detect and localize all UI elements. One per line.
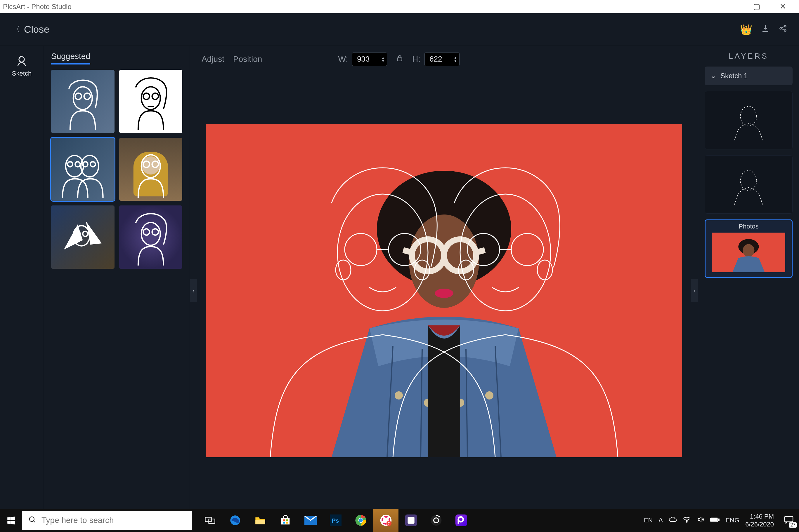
search-icon	[28, 515, 36, 526]
app: 〈 Close 👑 Sketch	[0, 13, 799, 509]
window-max-button[interactable]: ▢	[744, 0, 770, 13]
tray-wifi-icon[interactable]	[683, 516, 691, 525]
tray-chevron-icon[interactable]: ᐱ	[658, 516, 663, 524]
suggested-thumb-5[interactable]	[51, 206, 114, 269]
taskbar-apps: Ps 7	[198, 509, 474, 532]
suggested-thumb-6[interactable]	[119, 206, 183, 269]
height-label: H:	[412, 55, 420, 64]
panel-collapse-left[interactable]: ‹	[190, 279, 197, 302]
layer-thumb-sketch-2[interactable]	[705, 155, 793, 214]
window-close-button[interactable]: ✕	[770, 0, 796, 13]
suggested-title: Suggested	[51, 52, 90, 64]
height-input[interactable]	[430, 55, 451, 64]
suggested-thumb-2[interactable]	[119, 70, 183, 133]
svg-rect-54	[407, 517, 414, 524]
panel-collapse-right[interactable]: ›	[691, 279, 698, 302]
layer-thumb-photos[interactable]: Photos	[705, 220, 793, 278]
lock-icon[interactable]	[396, 54, 403, 64]
position-button[interactable]: Position	[233, 55, 262, 64]
tray-lang2[interactable]: ENG	[725, 516, 739, 524]
chevron-left-icon: 〈	[12, 23, 20, 35]
svg-point-24	[511, 233, 543, 266]
svg-point-18	[345, 233, 377, 266]
svg-rect-36	[255, 520, 265, 524]
svg-point-22	[460, 194, 551, 311]
suggested-thumb-4[interactable]	[119, 138, 183, 201]
tray-onedrive-icon[interactable]	[669, 516, 677, 524]
svg-point-25	[458, 260, 474, 280]
taskbar-search-input[interactable]	[41, 516, 186, 525]
tray-battery-icon[interactable]	[710, 516, 720, 524]
suggested-thumb-1[interactable]	[51, 70, 114, 133]
task-view-icon[interactable]	[198, 509, 223, 532]
width-control: W: ▲▼	[338, 53, 387, 66]
tray-lang1[interactable]: EN	[644, 516, 653, 524]
canvas[interactable]	[206, 124, 682, 457]
tray-volume-icon[interactable]	[697, 516, 704, 525]
file-explorer-icon[interactable]	[248, 509, 273, 532]
notification-badge: 27	[789, 522, 797, 528]
width-steppers[interactable]: ▲▼	[381, 56, 385, 62]
taskbar-search[interactable]	[22, 511, 192, 530]
layers-title: LAYERS	[705, 52, 793, 61]
rail-sketch-label: Sketch	[12, 70, 32, 77]
tray-clock[interactable]: 1:46 PM 6/26/2020	[745, 512, 774, 529]
photoshop-icon[interactable]: Ps	[323, 509, 348, 532]
system-tray: EN ᐱ ENG 1:46 PM 6/26/2020	[639, 512, 779, 529]
svg-rect-40	[283, 522, 285, 524]
svg-point-20	[336, 260, 351, 280]
window-min-button[interactable]: —	[717, 0, 744, 13]
layer-sketch-header[interactable]: ⌄ Sketch 1	[705, 66, 793, 85]
layer-thumb-sketch-1[interactable]	[705, 91, 793, 149]
svg-point-60	[687, 521, 687, 522]
app-body: Sketch Suggested	[0, 46, 799, 509]
chevron-down-icon: ⌄	[710, 72, 716, 80]
svg-rect-62	[719, 519, 719, 520]
svg-point-23	[468, 233, 500, 266]
mail-icon[interactable]	[298, 509, 323, 532]
layer-sketch-label: Sketch 1	[721, 72, 748, 80]
svg-rect-63	[711, 518, 718, 521]
layers-panel: LAYERS ⌄ Sketch 1 Photos	[698, 46, 799, 509]
app-icon-2[interactable]	[398, 509, 423, 532]
width-label: W:	[338, 55, 348, 64]
sketch-icon	[15, 55, 28, 68]
svg-rect-38	[283, 519, 285, 521]
width-input[interactable]	[357, 55, 378, 64]
svg-point-17	[338, 194, 428, 311]
edge-icon[interactable]	[223, 509, 248, 532]
adjust-button[interactable]: Adjust	[202, 55, 224, 64]
height-steppers[interactable]: ▲▼	[453, 56, 457, 62]
suggested-thumb-3[interactable]	[51, 138, 114, 201]
topbar-right: 👑	[740, 24, 787, 35]
canvas-toolbar: Adjust Position W: ▲▼ H:	[190, 46, 698, 73]
download-icon[interactable]	[761, 24, 770, 35]
svg-point-31	[743, 244, 754, 257]
picsart-icon[interactable]	[449, 509, 474, 532]
crown-icon[interactable]: 👑	[740, 24, 752, 35]
chrome-icon[interactable]	[348, 509, 374, 532]
ms-store-icon[interactable]	[273, 509, 298, 532]
start-button[interactable]	[0, 509, 22, 532]
app-icon-3[interactable]	[423, 509, 449, 532]
close-label: Close	[24, 24, 49, 35]
rail-sketch[interactable]: Sketch	[12, 55, 32, 77]
canvas-wrap: ‹ ›	[190, 73, 698, 509]
action-center[interactable]: 27	[779, 509, 799, 532]
svg-point-26	[537, 260, 552, 280]
svg-text:Ps: Ps	[332, 517, 339, 524]
share-icon[interactable]	[779, 24, 787, 35]
svg-rect-39	[286, 519, 288, 521]
suggested-grid	[51, 70, 182, 269]
app-topbar: 〈 Close 👑	[0, 13, 799, 46]
app-icon-1[interactable]: 7	[374, 509, 398, 532]
windows-icon	[6, 515, 16, 525]
width-spinner[interactable]: ▲▼	[352, 53, 387, 66]
svg-point-32	[30, 516, 34, 521]
svg-rect-37	[281, 518, 290, 525]
svg-text:7: 7	[388, 522, 390, 526]
tray-date: 6/26/2020	[745, 520, 774, 529]
height-spinner[interactable]: ▲▼	[424, 53, 459, 66]
center-area: Adjust Position W: ▲▼ H:	[190, 46, 698, 509]
close-button[interactable]: 〈 Close	[12, 23, 49, 35]
